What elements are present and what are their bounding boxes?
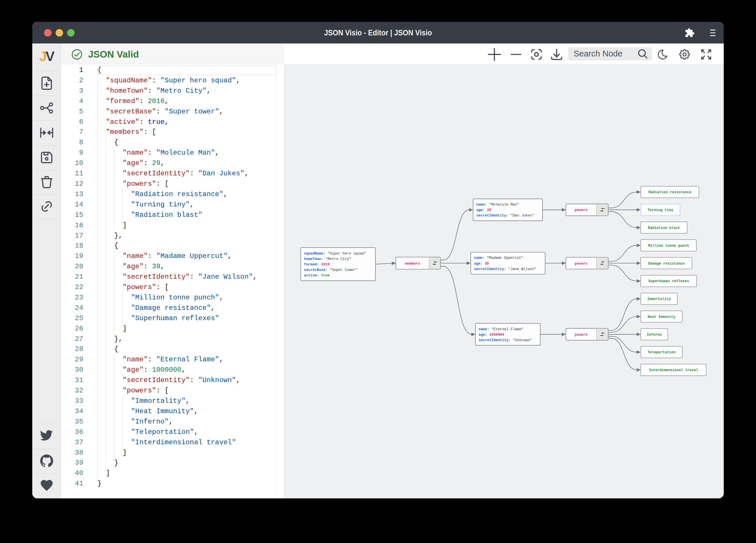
- svg-text:secretIdentity: "Dan Jukes": secretIdentity: "Dan Jukes": [476, 214, 534, 218]
- svg-text:Radiation resistance: Radiation resistance: [649, 190, 691, 194]
- svg-text:name: "Molecule Man": name: "Molecule Man": [476, 203, 519, 207]
- svg-text:Radiation blast: Radiation blast: [648, 226, 680, 230]
- svg-text:secretIdentity: "Jane Wilson": secretIdentity: "Jane Wilson": [474, 267, 536, 271]
- svg-text:Superhuman reflexes: Superhuman reflexes: [648, 279, 689, 283]
- svg-text:Million tonne punch: Million tonne punch: [648, 244, 689, 248]
- svg-text:Damage resistance: Damage resistance: [648, 262, 685, 266]
- svg-text:age: 39: age: 39: [474, 262, 489, 266]
- svg-text:age: 1000000: age: 1000000: [479, 333, 504, 337]
- svg-text:Turning tiny: Turning tiny: [647, 208, 673, 212]
- svg-text:age: 29: age: 29: [476, 208, 491, 212]
- svg-text:Inferno: Inferno: [647, 333, 662, 337]
- svg-text:Heat Immunity: Heat Immunity: [648, 315, 676, 319]
- svg-text:formed: 2016: formed: 2016: [304, 263, 330, 267]
- svg-text:active: true: active: true: [304, 273, 330, 277]
- svg-text:homeTown: "Metro City": homeTown: "Metro City": [304, 257, 351, 261]
- svg-text:members: members: [405, 262, 420, 266]
- svg-text:Interdimensional travel: Interdimensional travel: [649, 368, 698, 372]
- svg-text:name: "Eternal Flame": name: "Eternal Flame": [479, 327, 523, 331]
- svg-text:powers: powers: [575, 208, 588, 212]
- svg-text:Teleportation: Teleportation: [648, 350, 676, 354]
- svg-text:secretBase: "Super tower": secretBase: "Super tower": [304, 268, 358, 272]
- svg-text:name: "Madame Uppercut": name: "Madame Uppercut": [474, 256, 523, 260]
- svg-text:powers: powers: [575, 333, 588, 337]
- svg-text:secretIdentity: "Unknown": secretIdentity: "Unknown": [479, 338, 532, 342]
- svg-text:squadName: "Super hero squad": squadName: "Super hero squad": [304, 252, 366, 256]
- svg-text:Immortality: Immortality: [647, 297, 671, 301]
- svg-text:powers: powers: [575, 262, 588, 266]
